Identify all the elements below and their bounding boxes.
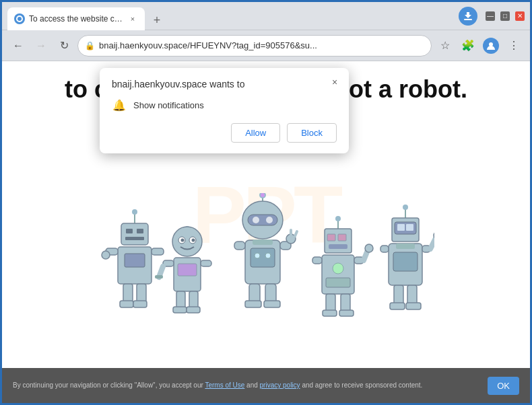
svg-point-67 [365, 244, 373, 252]
svg-rect-58 [327, 234, 335, 241]
maximize-button[interactable]: □ [500, 11, 510, 21]
svg-point-62 [333, 263, 343, 274]
browser-window: To access the website click the "A × + —… [2, 2, 530, 403]
permission-text: Show notifications [133, 100, 204, 110]
ok-button[interactable]: OK [488, 377, 519, 395]
address-text: bnaij.haenkyouv.space/HFUEYNV?tag_id=905… [99, 40, 424, 50]
svg-rect-38 [248, 215, 277, 225]
svg-rect-27 [201, 260, 211, 266]
robots-svg [98, 193, 434, 348]
bookmark-button[interactable]: ☆ [436, 36, 455, 55]
svg-point-36 [261, 193, 265, 197]
svg-rect-9 [125, 254, 145, 267]
minimize-button[interactable]: — [486, 11, 495, 21]
popup-actions: Allow Block [112, 123, 337, 143]
svg-rect-32 [173, 307, 187, 313]
svg-rect-0 [464, 19, 472, 20]
svg-point-40 [266, 217, 273, 223]
svg-rect-87 [390, 303, 405, 309]
more-options-button[interactable]: ⋮ [504, 36, 523, 55]
svg-rect-70 [323, 310, 337, 316]
bell-icon: 🔔 [112, 98, 127, 112]
popup-close-button[interactable]: × [327, 75, 342, 89]
address-bar[interactable]: 🔒 bnaij.haenkyouv.space/HFUEYNV?tag_id=9… [77, 35, 432, 57]
svg-rect-46 [234, 242, 245, 250]
page-content: PPT to confirm that you are not a robot. [2, 61, 530, 368]
svg-rect-54 [264, 301, 280, 307]
svg-rect-80 [393, 252, 418, 271]
svg-rect-77 [406, 224, 413, 231]
footer-text-before: By continuing your navigation or clickin… [13, 381, 205, 389]
tab-close-button[interactable]: × [127, 13, 138, 24]
svg-rect-11 [152, 248, 164, 255]
svg-rect-5 [126, 229, 133, 233]
tab-favicon [14, 13, 25, 24]
lock-icon: 🔒 [85, 41, 95, 50]
svg-rect-15 [120, 301, 133, 307]
new-tab-button[interactable]: + [147, 11, 166, 30]
download-button[interactable] [459, 7, 477, 26]
allow-button[interactable]: Allow [231, 123, 280, 143]
window-controls: — □ ✕ [486, 11, 525, 21]
svg-rect-29 [155, 275, 163, 279]
svg-rect-88 [406, 303, 421, 309]
svg-rect-59 [338, 234, 346, 241]
profile-button[interactable] [481, 36, 500, 55]
svg-rect-81 [380, 246, 389, 252]
footer-text: By continuing your navigation or clickin… [13, 381, 481, 390]
svg-line-83 [430, 237, 434, 249]
svg-rect-4 [121, 223, 148, 245]
svg-rect-33 [187, 307, 200, 313]
extensions-button[interactable]: 🧩 [459, 36, 477, 55]
footer-end-text: and agree to receive sponsored content. [302, 381, 422, 389]
svg-rect-25 [178, 264, 197, 276]
navigation-bar: ← → ↻ 🔒 bnaij.haenkyouv.space/HFUEYNV?ta… [2, 30, 530, 61]
footer-and-text: and [246, 381, 259, 389]
svg-point-21 [181, 239, 185, 242]
svg-rect-16 [133, 301, 147, 307]
svg-point-73 [403, 205, 408, 210]
notification-popup: × bnaij.haenkyouv.space wants to 🔔 Show … [100, 68, 349, 153]
address-path: /HFUEYNV?tag_id=905576&su... [187, 40, 317, 50]
svg-point-56 [335, 216, 341, 221]
svg-point-39 [253, 217, 259, 223]
svg-rect-43 [251, 248, 275, 267]
back-button[interactable]: ← [9, 36, 28, 55]
svg-point-23 [192, 239, 195, 242]
svg-rect-6 [137, 229, 143, 233]
terms-link[interactable]: Terms of Use [205, 381, 244, 389]
footer-bar: By continuing your navigation or clickin… [2, 368, 530, 403]
svg-line-50 [295, 231, 297, 236]
address-domain: bnaij.haenkyouv.space [99, 40, 187, 50]
title-bar: To access the website click the "A × + —… [2, 2, 530, 30]
profile-avatar [483, 38, 499, 54]
svg-rect-64 [312, 257, 322, 264]
favicon-inner [16, 15, 23, 22]
svg-point-3 [132, 209, 137, 215]
svg-rect-61 [322, 255, 354, 294]
block-button[interactable]: Block [287, 123, 337, 143]
svg-rect-71 [339, 310, 354, 316]
close-button[interactable]: ✕ [515, 11, 525, 21]
svg-rect-76 [397, 224, 405, 231]
svg-point-12 [102, 251, 110, 259]
svg-rect-60 [329, 244, 347, 249]
refresh-button[interactable]: ↻ [55, 36, 73, 55]
active-tab[interactable]: To access the website click the "A × [7, 7, 145, 30]
svg-rect-53 [245, 301, 261, 307]
svg-rect-42 [253, 240, 273, 245]
forward-button[interactable]: → [32, 36, 51, 55]
svg-rect-79 [396, 244, 415, 249]
privacy-link[interactable]: privacy policy [260, 381, 300, 389]
svg-rect-63 [326, 278, 350, 287]
svg-point-19 [172, 227, 202, 256]
svg-point-45 [265, 253, 271, 258]
popup-permission-row: 🔔 Show notifications [112, 98, 337, 112]
tab-area: To access the website click the "A × + [7, 2, 456, 30]
tab-label: To access the website click the "A [29, 14, 123, 24]
popup-title: bnaij.haenkyouv.space wants to [112, 79, 337, 89]
svg-point-44 [255, 253, 260, 258]
svg-rect-7 [125, 237, 144, 240]
robots-illustration [98, 193, 434, 348]
